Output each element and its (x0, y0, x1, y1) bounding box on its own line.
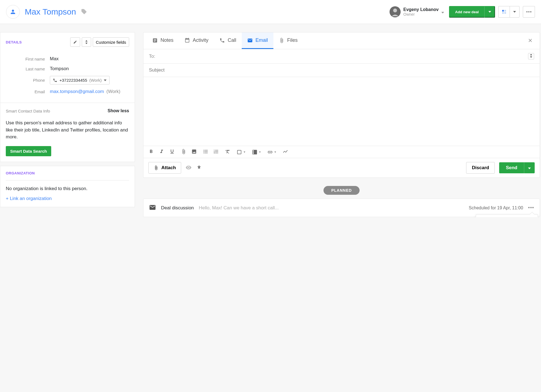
number-list-button[interactable] (213, 149, 219, 155)
phone-selector[interactable]: +37222334455 (Work) (50, 76, 110, 84)
discard-button[interactable]: Discard (466, 162, 495, 174)
tab-notes[interactable]: Notes (147, 32, 179, 49)
fields-button[interactable]: ▼ (252, 149, 261, 155)
signature-button[interactable] (283, 149, 288, 155)
tab-call[interactable]: Call (214, 32, 242, 49)
notes-icon (152, 38, 158, 43)
send-button[interactable]: Send (499, 162, 524, 173)
owner-name: Evgeny Lobanov (403, 7, 439, 12)
email-body-editor[interactable] (143, 77, 540, 146)
timeline-item-preview: Hello, Max! Can we have a short call... (199, 205, 279, 211)
svg-point-8 (530, 11, 531, 12)
link-organization-button[interactable]: + Link an organization (6, 196, 52, 201)
tab-activity[interactable]: Activity (179, 32, 214, 49)
tracking-button[interactable] (196, 165, 202, 171)
link-deal-button[interactable]: ▼ (267, 149, 277, 155)
email-label: Email (6, 89, 45, 94)
customize-fields-button[interactable]: Customize fields (93, 37, 129, 47)
smart-data-title: Smart Contact Data Info (6, 109, 108, 113)
svg-point-7 (528, 11, 529, 12)
timeline-item-date: Scheduled for 19 Apr, 11:00 (469, 205, 523, 210)
reorder-details-button[interactable] (82, 37, 91, 47)
expand-recipients-button[interactable] (528, 53, 534, 59)
subject-input[interactable] (149, 67, 534, 73)
tab-email[interactable]: Email (242, 32, 273, 49)
template-button[interactable]: ▼ (236, 149, 246, 155)
attach-button[interactable]: Attach (148, 162, 181, 174)
sort-icon (529, 54, 533, 58)
clear-format-button[interactable] (225, 149, 230, 155)
chevron-down-icon (441, 10, 444, 14)
add-deal-dropdown[interactable] (485, 6, 495, 18)
phone-number: +37222334455 (59, 78, 87, 83)
timeline-item[interactable]: Deal discussion Hello, Max! Can we have … (143, 199, 540, 217)
cancel-scheduled-popover[interactable]: Cancel scheduled email (476, 214, 538, 217)
svg-rect-4 (502, 12, 504, 14)
to-label: To: (149, 54, 155, 59)
planned-badge: PLANNED (323, 186, 360, 195)
italic-button[interactable] (159, 149, 164, 155)
email-icon (247, 38, 253, 43)
more-actions-button[interactable] (523, 6, 535, 18)
timeline-item-title: Deal discussion (161, 205, 194, 211)
timeline-item-menu[interactable]: ••• (528, 205, 534, 211)
svg-point-1 (393, 9, 397, 12)
view-grid-button[interactable] (498, 6, 510, 18)
email-icon (149, 204, 156, 212)
view-dropdown-button[interactable] (510, 6, 520, 18)
svg-rect-2 (502, 10, 504, 12)
svg-rect-5 (504, 12, 506, 14)
email-type: (Work) (107, 89, 121, 94)
page-title[interactable]: Max Tompson (25, 7, 76, 17)
close-icon (528, 38, 533, 43)
email-value[interactable]: max.tompson@gmail.com (50, 89, 104, 94)
first-name-value[interactable]: Max (50, 56, 59, 62)
close-compose-button[interactable] (524, 34, 536, 47)
organization-title: ORGANIZATION (6, 171, 129, 175)
smart-data-search-button[interactable]: Smart Data Search (6, 146, 51, 156)
attach-toolbar-button[interactable] (181, 149, 186, 155)
last-name-label: Last name (6, 67, 45, 71)
calendar-icon (184, 38, 190, 43)
phone-icon (219, 38, 225, 43)
to-input[interactable] (158, 54, 528, 59)
phone-label: Phone (6, 78, 45, 83)
svg-point-6 (526, 11, 528, 12)
format-toolbar: ▼ ▼ ▼ (143, 146, 540, 158)
send-dropdown-button[interactable] (524, 162, 535, 173)
pencil-icon (73, 40, 77, 44)
organization-empty-text: No organization is linked to this person… (6, 186, 129, 191)
underline-button[interactable] (169, 149, 175, 155)
image-button[interactable] (191, 149, 197, 155)
owner-selector[interactable]: Evgeny Lobanov Owner (390, 6, 444, 17)
tag-icon[interactable] (81, 9, 87, 15)
smart-data-toggle[interactable]: Show less (108, 108, 129, 113)
attachment-icon (154, 165, 159, 170)
chevron-down-icon (104, 80, 107, 81)
svg-rect-3 (504, 10, 506, 12)
person-icon (10, 9, 16, 15)
visibility-button[interactable] (186, 165, 192, 171)
contact-avatar (6, 5, 20, 19)
owner-role: Owner (403, 12, 439, 17)
tab-files[interactable]: Files (273, 32, 303, 49)
edit-details-button[interactable] (70, 37, 80, 47)
details-title: DETAILS (6, 40, 69, 44)
sort-icon (85, 40, 88, 44)
bold-button[interactable] (148, 149, 154, 155)
attachment-icon (279, 38, 284, 43)
phone-type: (Work) (89, 78, 102, 83)
owner-avatar (390, 6, 401, 17)
smart-data-description: Use this person's email address to gathe… (6, 119, 129, 141)
first-name-label: First name (6, 57, 45, 61)
last-name-value[interactable]: Tompson (50, 66, 69, 72)
bullet-list-button[interactable] (203, 149, 208, 155)
add-deal-button[interactable]: Add new deal (449, 6, 485, 18)
phone-icon (53, 78, 57, 83)
